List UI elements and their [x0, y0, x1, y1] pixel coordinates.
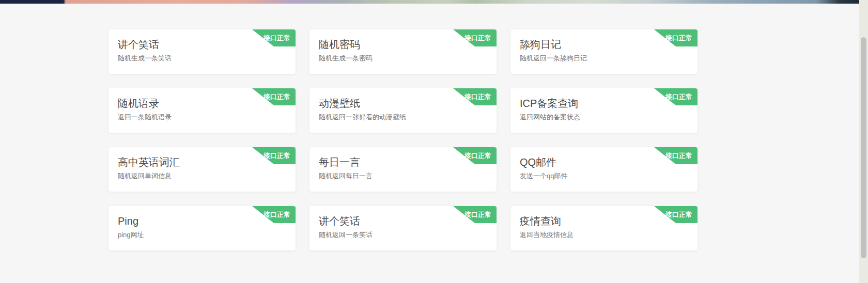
- api-card[interactable]: 接口正常 随机语录 返回一条随机语录: [109, 88, 296, 133]
- api-card[interactable]: 接口正常 Ping ping网址: [109, 206, 296, 250]
- api-card-description: 随机返回单词信息: [118, 172, 296, 180]
- vertical-scrollbar-track[interactable]: [859, 0, 868, 283]
- api-cards-grid: 接口正常 讲个笑话 随机生成一条笑话 接口正常 随机密码 随机生成一条密码 接口…: [109, 29, 698, 250]
- api-card[interactable]: 接口正常 讲个笑话 随机返回一条笑话: [309, 206, 497, 250]
- api-card-description: 返回一条随机语录: [118, 113, 296, 121]
- api-card[interactable]: 接口正常 ICP备案查询 返回网站的备案状态: [510, 88, 698, 133]
- api-card-description: 返回当地疫情信息: [520, 231, 698, 239]
- api-card[interactable]: 接口正常 舔狗日记 随机返回一条舔狗日记: [510, 29, 698, 74]
- vertical-scrollbar-thumb[interactable]: [861, 37, 866, 258]
- api-card-description: 返回网站的备案状态: [520, 113, 698, 121]
- api-card-description: 随机生成一条密码: [319, 54, 497, 62]
- api-card[interactable]: 接口正常 疫情查询 返回当地疫情信息: [510, 206, 698, 250]
- api-card[interactable]: 接口正常 动漫壁纸 随机返回一张好看的动漫壁纸: [309, 88, 497, 133]
- api-card[interactable]: 接口正常 随机密码 随机生成一条密码: [309, 29, 497, 74]
- api-card-description: 随机返回一条舔狗日记: [520, 54, 698, 62]
- api-card-description: 发送一个qq邮件: [520, 172, 698, 180]
- api-card[interactable]: 接口正常 QQ邮件 发送一个qq邮件: [510, 147, 698, 192]
- api-card[interactable]: 接口正常 高中英语词汇 随机返回单词信息: [109, 147, 296, 192]
- api-card-description: 随机返回一条笑话: [319, 231, 497, 239]
- top-banner-strip: [0, 0, 859, 4]
- api-card-description: 随机返回每日一言: [319, 172, 497, 180]
- api-card-description: 随机返回一张好看的动漫壁纸: [319, 113, 497, 121]
- api-card[interactable]: 接口正常 讲个笑话 随机生成一条笑话: [109, 29, 296, 74]
- api-card-description: ping网址: [118, 231, 296, 239]
- api-card-description: 随机生成一条笑话: [118, 54, 296, 62]
- api-card[interactable]: 接口正常 每日一言 随机返回每日一言: [309, 147, 497, 192]
